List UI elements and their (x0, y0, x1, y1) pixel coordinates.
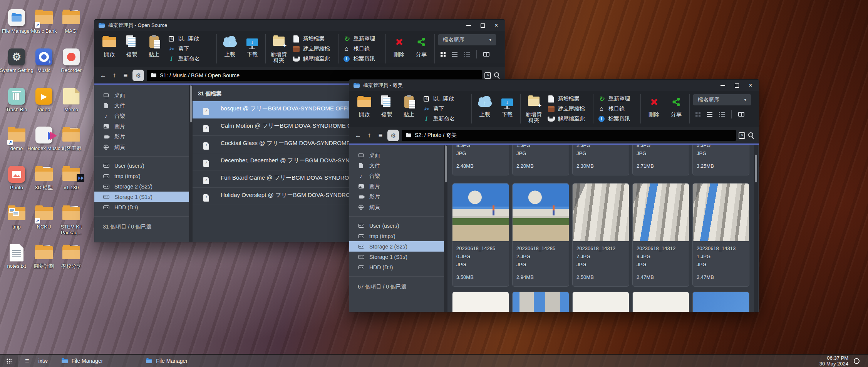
extract-here-button[interactable]: 解壓縮至此 (292, 55, 335, 63)
paste-button[interactable]: 貼上 (398, 91, 420, 127)
paste-button[interactable]: 貼上 (143, 31, 165, 67)
copy-button[interactable]: 複製 (375, 91, 398, 127)
edit-path-button[interactable]: ✎ (739, 132, 745, 139)
grid-scrollbar[interactable] (754, 145, 758, 312)
path-field[interactable]: S2: / Photo / 奇美 (402, 130, 736, 141)
sort-order-dropdown[interactable]: 檔名順序▾ (693, 94, 751, 105)
sidebar-item-pictures[interactable]: 圖片 (349, 181, 444, 192)
photo-card[interactable]: 20230618_143131.JPGJPG2.47MB (692, 183, 749, 287)
view-details-button[interactable] (464, 52, 470, 57)
rename-button[interactable]: I重新命名 (168, 55, 214, 63)
titlebar[interactable]: 檔案管理員 - Open Source × (94, 20, 505, 31)
settings-gear-button[interactable]: ⚙ (132, 70, 144, 81)
photo-card[interactable]: 20230618_142850.JPGJPG3.50MB (452, 183, 509, 287)
extract-here-button[interactable]: 解壓縮至此 (547, 115, 590, 123)
open-button[interactable]: 開啟 (353, 91, 375, 127)
refresh-button[interactable]: ↻重新整理 (343, 35, 383, 43)
close-button[interactable]: × (489, 20, 503, 31)
new-file-button[interactable]: 新增檔案 (292, 35, 335, 43)
sidebar-item-music[interactable]: ♪音樂 (349, 171, 444, 181)
sidebar-item-web[interactable]: 網頁 (94, 142, 189, 152)
download-button[interactable]: ↓下載 (241, 31, 263, 67)
desktop-icon-v1130[interactable]: v1.130 (52, 165, 90, 190)
photo-card-partial[interactable]: 1.JPGJPG2.20MB (512, 145, 569, 175)
up-button[interactable]: ↑ (110, 72, 119, 79)
back-button[interactable]: ← (99, 72, 107, 79)
photo-card-partial[interactable] (512, 292, 569, 312)
sidebar-drive-tmp[interactable]: tmp (tmp:/) (349, 231, 444, 241)
photo-card[interactable]: 20230618_142852.JPGJPG2.94MB (512, 183, 569, 287)
root-button[interactable]: ⌂根目錄 (598, 105, 638, 113)
minimize-button[interactable] (462, 20, 476, 31)
maximize-button[interactable] (476, 20, 489, 31)
minimize-button[interactable] (716, 80, 730, 91)
notification-ring-icon[interactable] (854, 358, 860, 364)
file-info-button[interactable]: i檔案資訊 (343, 55, 383, 63)
menu-button[interactable]: ≡ (121, 72, 130, 80)
view-list-button[interactable] (452, 52, 457, 57)
copy-button[interactable]: 複製 (121, 31, 143, 67)
ime-indicator[interactable]: ixtw (39, 358, 48, 364)
cut-button[interactable]: ✂剪下 (422, 105, 469, 113)
sidebar-drive-user[interactable]: User (user:/) (349, 220, 444, 231)
taskbar-menu-button[interactable]: ≡ (18, 357, 36, 365)
search-icon[interactable] (748, 132, 754, 139)
photo-card-partial[interactable] (572, 292, 629, 312)
desktop-icon-magi[interactable]: MAGI (52, 8, 90, 34)
open-with-button[interactable]: ✎以...開啟 (422, 95, 469, 103)
refresh-button[interactable]: ↻重新整理 (598, 95, 638, 103)
taskbar-task-file-manager-1[interactable]: File Manager (62, 358, 103, 364)
desktop-icon-memo[interactable]: Memo (52, 87, 90, 112)
sidebar-item-documents[interactable]: 文件 (94, 100, 189, 111)
photo-card-partial[interactable]: 5.JPGJPG3.25MB (692, 145, 749, 175)
photo-card[interactable]: 20230618_143129.JPGJPG2.47MB (632, 183, 689, 287)
back-button[interactable]: ← (354, 132, 362, 139)
sidebar-drive-storage1[interactable]: Storage 1 (S1:/) (349, 252, 444, 262)
sidebar-drive-storage2[interactable]: Storage 2 (S2:/) (94, 181, 189, 192)
download-button[interactable]: ↓下載 (496, 91, 518, 127)
sidebar-item-videos[interactable]: 影片 (349, 192, 444, 202)
sidebar-item-pictures[interactable]: 圖片 (94, 121, 189, 132)
menu-button[interactable]: ≡ (376, 132, 385, 140)
maximize-button[interactable] (730, 80, 744, 91)
photo-card-partial[interactable]: 8.JPGJPG2.71MB (632, 145, 689, 175)
taskbar-clock[interactable]: 06:37 PM 30 May 2024 (819, 355, 848, 367)
view-details-button[interactable] (719, 112, 725, 117)
delete-button[interactable]: ×刪除 (388, 31, 410, 67)
photo-card-partial[interactable] (692, 292, 749, 312)
new-folder-button[interactable]: +新增資料夾 (523, 91, 545, 127)
upload-button[interactable]: ↑上載 (219, 31, 241, 67)
cut-button[interactable]: ✂剪下 (168, 45, 214, 53)
sidebar-drive-tmp[interactable]: tmp (tmp:/) (94, 171, 189, 181)
view-grid-button[interactable] (441, 52, 446, 57)
close-button[interactable]: × (744, 80, 757, 91)
up-button[interactable]: ↑ (365, 132, 374, 139)
app-launcher-button[interactable] (0, 355, 18, 367)
desktop-icon-recorder[interactable]: Recorder (52, 48, 90, 73)
view-dual-pane-button[interactable] (738, 112, 744, 117)
edit-path-button[interactable]: ✎ (484, 72, 491, 79)
file-info-button[interactable]: i檔案資訊 (598, 115, 638, 123)
sidebar-drive-hdd[interactable]: HDD (D:/) (94, 202, 189, 212)
sidebar-item-documents[interactable]: 文件 (349, 160, 444, 171)
new-file-button[interactable]: 新增檔案 (547, 95, 590, 103)
sidebar-item-web[interactable]: 網頁 (349, 202, 444, 212)
open-with-button[interactable]: ✎以...開啟 (168, 35, 214, 43)
desktop-icon-maker-factory[interactable]: 創客工廠 (52, 126, 90, 151)
create-archive-button[interactable]: 建立壓縮檔 (547, 105, 590, 113)
upload-button[interactable]: ↑上載 (474, 91, 496, 127)
create-archive-button[interactable]: 建立壓縮檔 (292, 45, 335, 53)
settings-gear-button[interactable]: ⚙ (387, 130, 399, 141)
sidebar-drive-hdd[interactable]: HDD (D:/) (349, 262, 444, 272)
photo-card-partial[interactable]: 2.JPGJPG2.30MB (572, 145, 629, 175)
sidebar-drive-user[interactable]: User (user:/) (94, 160, 189, 171)
sidebar-item-music[interactable]: ♪音樂 (94, 111, 189, 121)
titlebar[interactable]: 檔案管理員 - 奇美 × (349, 80, 759, 91)
photo-card-partial[interactable]: 8.JPGJPG2.48MB (452, 145, 509, 175)
view-dual-pane-button[interactable] (483, 52, 489, 57)
desktop-icon-stem-kit[interactable]: STEM Kit Packag... (52, 204, 90, 235)
sort-order-dropdown[interactable]: 檔名順序▾ (438, 34, 496, 45)
taskbar-task-file-manager-2[interactable]: File Manager (146, 358, 188, 364)
photo-card-partial[interactable] (452, 292, 509, 312)
sidebar-item-videos[interactable]: 影片 (94, 132, 189, 142)
